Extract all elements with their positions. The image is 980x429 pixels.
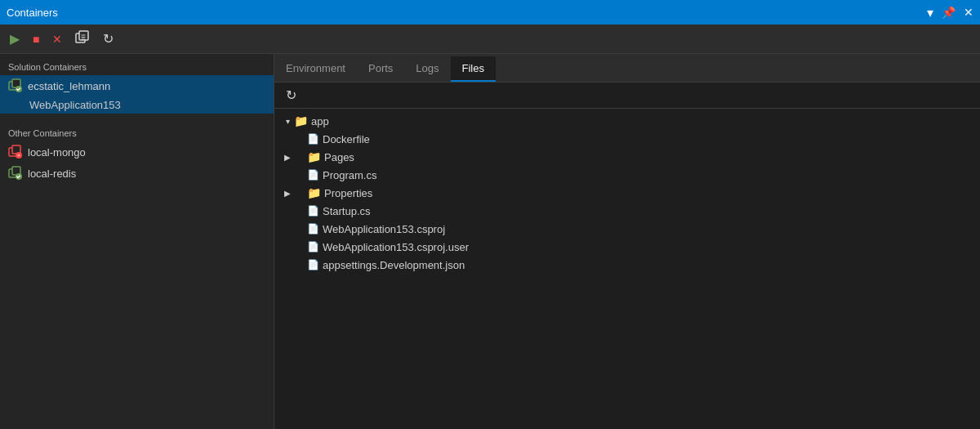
file-csproj-user-icon: 📄 xyxy=(307,241,319,252)
play-button[interactable]: ▶ xyxy=(5,28,24,50)
stop-button[interactable]: ■ xyxy=(28,29,44,49)
content-area: Environment Ports Logs Files ↻ ▾ 📁 app ▶ xyxy=(274,54,980,429)
sidebar-item-local-redis[interactable]: local-redis xyxy=(0,163,274,184)
tree-label-dockerfile: Dockerfile xyxy=(323,133,370,145)
close-window-icon[interactable]: ✕ xyxy=(964,6,973,19)
refresh-icon: ↻ xyxy=(103,31,114,47)
folder-app-icon: 📁 xyxy=(294,114,308,127)
tree-item-csproj[interactable]: ▶ 📄 WebApplication153.csproj xyxy=(274,220,980,238)
files-refresh-icon: ↻ xyxy=(286,88,296,102)
webapplication153-label: WebApplication153 xyxy=(29,99,121,111)
tree-item-dockerfile[interactable]: ▶ 📄 Dockerfile xyxy=(274,130,980,148)
tree-label-csproj-user: WebApplication153.csproj.user xyxy=(323,241,469,253)
container-ecstatic-lehmann-label: ecstatic_lehmann xyxy=(28,80,110,92)
tab-environment[interactable]: Environment xyxy=(274,56,357,82)
expand-pages-icon[interactable]: ▶ xyxy=(281,150,294,163)
container-icon-redis xyxy=(8,166,23,181)
tab-files[interactable]: Files xyxy=(451,56,496,82)
tree-item-appsettings-dev[interactable]: ▶ 📄 appsettings.Development.json xyxy=(274,256,980,274)
file-program-cs-icon: 📄 xyxy=(307,169,319,181)
container-local-mongo-label: local-mongo xyxy=(28,146,86,159)
close-icon: ✕ xyxy=(52,33,62,46)
files-refresh-button[interactable]: ↻ xyxy=(281,86,301,105)
pin-icon[interactable]: 📌 xyxy=(942,6,956,19)
main-toolbar: ▶ ■ ✕ ↻ xyxy=(0,25,980,54)
tree-item-program-cs[interactable]: ▶ 📄 Program.cs xyxy=(274,166,980,184)
dropdown-icon[interactable]: ▾ xyxy=(927,5,933,20)
stop-icon: ■ xyxy=(33,33,39,46)
file-appsettings-dev-icon: 📄 xyxy=(307,259,319,270)
solution-containers-label: Solution Containers xyxy=(0,54,274,75)
expand-app-icon[interactable]: ▾ xyxy=(281,114,294,127)
sidebar-item-ecstatic-lehmann[interactable]: ecstatic_lehmann xyxy=(0,75,274,96)
tree-label-properties: Properties xyxy=(324,187,372,199)
tree-label-pages: Pages xyxy=(324,151,354,163)
title-bar: Containers ▾ 📌 ✕ xyxy=(0,0,980,25)
tree-label-csproj: WebApplication153.csproj xyxy=(323,223,445,235)
file-dockerfile-icon: 📄 xyxy=(307,133,319,145)
sidebar-item-local-mongo[interactable]: local-mongo xyxy=(0,141,274,163)
tree-label-appsettings-dev: appsettings.Development.json xyxy=(323,259,465,271)
folder-pages-icon: 📁 xyxy=(307,150,321,163)
tree-label-startup-cs: Startup.cs xyxy=(323,205,371,217)
tabs-bar: Environment Ports Logs Files xyxy=(274,54,980,83)
window-title: Containers xyxy=(7,7,58,19)
folder-properties-icon: 📁 xyxy=(307,186,321,199)
main-layout: Solution Containers ecstatic_lehmann Web… xyxy=(0,54,980,429)
other-containers-label: Other Containers xyxy=(0,120,274,141)
window-controls: ▾ 📌 ✕ xyxy=(927,5,973,20)
close-button[interactable]: ✕ xyxy=(47,29,67,49)
attach-icon xyxy=(75,30,90,48)
file-tree[interactable]: ▾ 📁 app ▶ 📄 Dockerfile ▶ 📁 Pages xyxy=(274,109,980,429)
tree-item-app[interactable]: ▾ 📁 app xyxy=(274,112,980,130)
refresh-button[interactable]: ↻ xyxy=(98,28,118,50)
tree-item-properties[interactable]: ▶ 📁 Properties xyxy=(274,184,980,202)
expand-properties-icon[interactable]: ▶ xyxy=(281,186,294,199)
tab-logs[interactable]: Logs xyxy=(404,56,450,82)
content-toolbar: ↻ xyxy=(274,83,980,109)
sidebar: Solution Containers ecstatic_lehmann Web… xyxy=(0,54,274,429)
container-local-redis-label: local-redis xyxy=(28,168,76,180)
tree-item-csproj-user[interactable]: ▶ 📄 WebApplication153.csproj.user xyxy=(274,238,980,256)
tree-item-pages[interactable]: ▶ 📁 Pages xyxy=(274,148,980,166)
tab-ports[interactable]: Ports xyxy=(357,56,404,82)
file-startup-cs-icon: 📄 xyxy=(307,205,319,217)
attach-button[interactable] xyxy=(70,27,95,51)
tree-label-app: app xyxy=(311,115,329,127)
tree-label-program-cs: Program.cs xyxy=(323,169,376,181)
container-icon-mongo xyxy=(8,145,23,159)
play-icon: ▶ xyxy=(10,31,20,47)
file-csproj-icon: 📄 xyxy=(307,223,319,235)
svg-rect-8 xyxy=(18,155,20,156)
tree-item-startup-cs[interactable]: ▶ 📄 Startup.cs xyxy=(274,202,980,220)
container-icon-green xyxy=(8,78,23,93)
sidebar-subitem-webapplication153[interactable]: WebApplication153 xyxy=(0,96,274,114)
